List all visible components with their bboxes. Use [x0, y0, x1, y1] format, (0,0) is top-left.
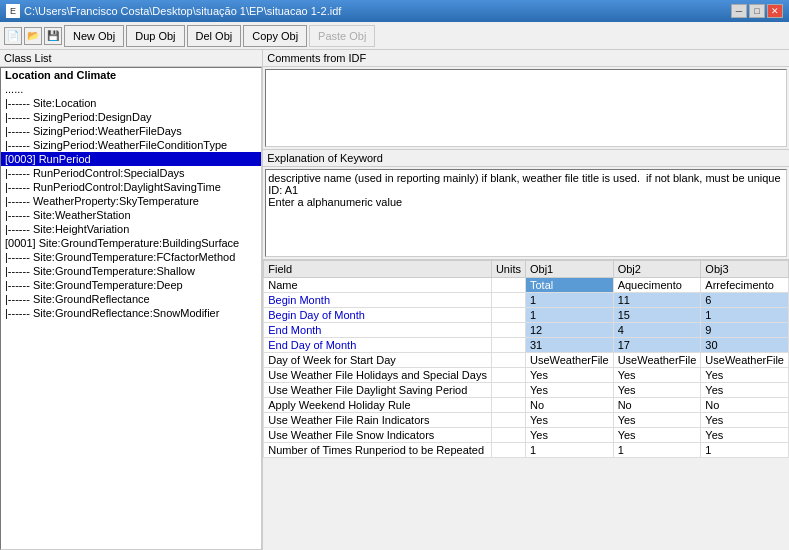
cell-obj2[interactable]: Yes: [613, 383, 701, 398]
cell-obj3[interactable]: 6: [701, 293, 789, 308]
copy-obj-button[interactable]: Copy Obj: [243, 25, 307, 47]
del-obj-button[interactable]: Del Obj: [187, 25, 242, 47]
class-list[interactable]: Location and Climate......|------ Site:L…: [0, 67, 262, 550]
cell-obj3[interactable]: Yes: [701, 368, 789, 383]
cell-obj3[interactable]: 9: [701, 323, 789, 338]
cell-obj1[interactable]: Total: [525, 278, 613, 293]
cell-obj1[interactable]: Yes: [525, 368, 613, 383]
new-obj-button[interactable]: New Obj: [64, 25, 124, 47]
cell-obj2[interactable]: 1: [613, 443, 701, 458]
cell-obj1[interactable]: Yes: [525, 413, 613, 428]
cell-field[interactable]: Use Weather File Rain Indicators: [264, 413, 492, 428]
cell-obj2[interactable]: UseWeatherFile: [613, 353, 701, 368]
cell-units: [491, 338, 525, 353]
cell-obj3[interactable]: Arrefecimento: [701, 278, 789, 293]
class-list-item[interactable]: ......: [1, 82, 261, 96]
cell-obj1[interactable]: 1: [525, 443, 613, 458]
class-list-item[interactable]: |------ Site:Location: [1, 96, 261, 110]
class-list-item[interactable]: |------ RunPeriodControl:SpecialDays: [1, 166, 261, 180]
new-file-icon[interactable]: 📄: [4, 27, 22, 45]
class-list-item[interactable]: |------ SizingPeriod:DesignDay: [1, 110, 261, 124]
class-list-item[interactable]: Location and Climate: [1, 68, 261, 82]
header-obj3: Obj3: [701, 261, 789, 278]
cell-obj2[interactable]: 17: [613, 338, 701, 353]
cell-field[interactable]: End Month: [264, 323, 492, 338]
cell-obj1[interactable]: 31: [525, 338, 613, 353]
cell-field[interactable]: End Day of Month: [264, 338, 492, 353]
cell-field[interactable]: Begin Day of Month: [264, 308, 492, 323]
cell-obj1[interactable]: 1: [525, 293, 613, 308]
class-list-item[interactable]: |------ Site:GroundTemperature:Deep: [1, 278, 261, 292]
cell-obj1[interactable]: UseWeatherFile: [525, 353, 613, 368]
cell-obj2[interactable]: Yes: [613, 368, 701, 383]
cell-obj3[interactable]: Yes: [701, 413, 789, 428]
header-field: Field: [264, 261, 492, 278]
cell-obj1[interactable]: Yes: [525, 383, 613, 398]
class-list-item[interactable]: |------ Site:WeatherStation: [1, 208, 261, 222]
class-list-label: Class List: [0, 50, 262, 67]
data-table-container: Field Units Obj1 Obj2 Obj3 NameTotalAque…: [263, 260, 789, 550]
cell-obj3[interactable]: UseWeatherFile: [701, 353, 789, 368]
minimize-button[interactable]: ─: [731, 4, 747, 18]
cell-field[interactable]: Use Weather File Snow Indicators: [264, 428, 492, 443]
cell-field[interactable]: Name: [264, 278, 492, 293]
table-row: Begin Day of Month1151: [264, 308, 789, 323]
cell-field[interactable]: Use Weather File Daylight Saving Period: [264, 383, 492, 398]
class-list-item[interactable]: |------ SizingPeriod:WeatherFileDays: [1, 124, 261, 138]
class-list-item[interactable]: |------ Site:GroundReflectance: [1, 292, 261, 306]
cell-obj3[interactable]: 1: [701, 443, 789, 458]
maximize-button[interactable]: □: [749, 4, 765, 18]
class-list-item[interactable]: [0001] Site:GroundTemperature:BuildingSu…: [1, 236, 261, 250]
explanation-label: Explanation of Keyword: [263, 150, 789, 167]
class-list-item[interactable]: |------ Site:HeightVariation: [1, 222, 261, 236]
cell-obj3[interactable]: Yes: [701, 383, 789, 398]
table-row: Use Weather File Snow IndicatorsYesYesYe…: [264, 428, 789, 443]
cell-obj3[interactable]: No: [701, 398, 789, 413]
cell-units: [491, 308, 525, 323]
cell-obj2[interactable]: 4: [613, 323, 701, 338]
explanation-box[interactable]: descriptive name (used in reporting main…: [265, 169, 787, 257]
cell-obj2[interactable]: Yes: [613, 413, 701, 428]
cell-obj3[interactable]: 30: [701, 338, 789, 353]
dup-obj-button[interactable]: Dup Obj: [126, 25, 184, 47]
class-list-item[interactable]: |------ Site:GroundReflectance:SnowModif…: [1, 306, 261, 320]
class-list-item[interactable]: |------ SizingPeriod:WeatherFileConditio…: [1, 138, 261, 152]
class-list-item[interactable]: |------ Site:GroundTemperature:Shallow: [1, 264, 261, 278]
comments-box[interactable]: [265, 69, 787, 147]
cell-field[interactable]: Use Weather File Holidays and Special Da…: [264, 368, 492, 383]
open-icon[interactable]: 📂: [24, 27, 42, 45]
cell-obj2[interactable]: 15: [613, 308, 701, 323]
class-list-item[interactable]: |------ RunPeriodControl:DaylightSavingT…: [1, 180, 261, 194]
table-row: Use Weather File Daylight Saving PeriodY…: [264, 383, 789, 398]
class-list-item[interactable]: |------ WeatherProperty:SkyTemperature: [1, 194, 261, 208]
cell-obj3[interactable]: 1: [701, 308, 789, 323]
cell-obj1[interactable]: 12: [525, 323, 613, 338]
cell-field[interactable]: Number of Times Runperiod to be Repeated: [264, 443, 492, 458]
class-list-item[interactable]: |------ Site:GroundTemperature:FCfactorM…: [1, 250, 261, 264]
cell-obj2[interactable]: Aquecimento: [613, 278, 701, 293]
main-content: Class List Location and Climate......|--…: [0, 50, 789, 550]
cell-obj2[interactable]: 11: [613, 293, 701, 308]
cell-obj2[interactable]: Yes: [613, 428, 701, 443]
table-row: Use Weather File Rain IndicatorsYesYesYe…: [264, 413, 789, 428]
table-row: Apply Weekend Holiday RuleNoNoNo: [264, 398, 789, 413]
cell-obj1[interactable]: Yes: [525, 428, 613, 443]
class-list-item[interactable]: [0003] RunPeriod: [1, 152, 261, 166]
close-button[interactable]: ✕: [767, 4, 783, 18]
cell-field[interactable]: Begin Month: [264, 293, 492, 308]
cell-units: [491, 293, 525, 308]
cell-obj3[interactable]: Yes: [701, 428, 789, 443]
table-row: Use Weather File Holidays and Special Da…: [264, 368, 789, 383]
cell-obj1[interactable]: 1: [525, 308, 613, 323]
cell-obj2[interactable]: No: [613, 398, 701, 413]
cell-field[interactable]: Apply Weekend Holiday Rule: [264, 398, 492, 413]
cell-field[interactable]: Day of Week for Start Day: [264, 353, 492, 368]
paste-obj-button[interactable]: Paste Obj: [309, 25, 375, 47]
scrollable-table[interactable]: Field Units Obj1 Obj2 Obj3 NameTotalAque…: [263, 260, 789, 550]
cell-obj1[interactable]: No: [525, 398, 613, 413]
cell-units: [491, 428, 525, 443]
header-obj1: Obj1: [525, 261, 613, 278]
title-bar: E C:\Users\Francisco Costa\Desktop\situa…: [0, 0, 789, 22]
cell-units: [491, 353, 525, 368]
save-icon[interactable]: 💾: [44, 27, 62, 45]
